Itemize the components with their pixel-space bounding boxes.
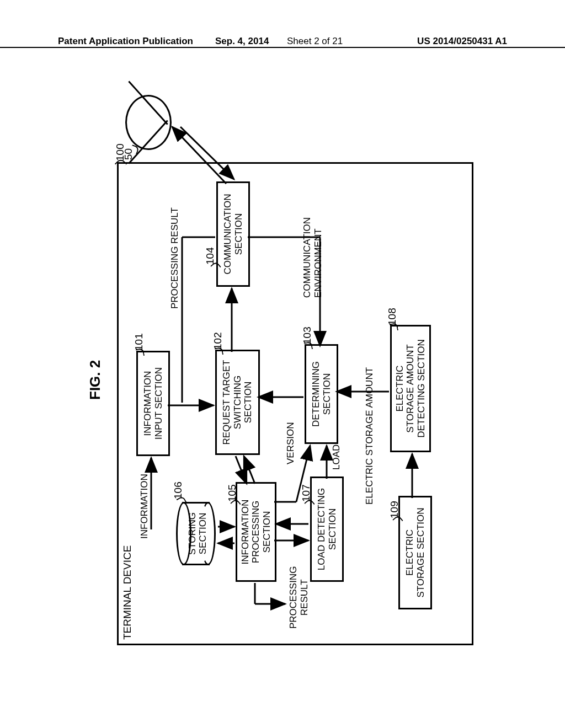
header-docnum: US 2014/0250431 A1 <box>417 36 507 47</box>
ref-106: 106 <box>172 481 184 499</box>
label-102: REQUEST TARGET SWITCHING SECTION <box>221 360 254 445</box>
label-105: INFORMATION PROCESSING SECTION <box>240 500 273 565</box>
load-detecting-section: LOAD DETECTING SECTION <box>310 477 344 582</box>
label-108: ELECTRIC STORAGE AMOUNT DETECTING SECTIO… <box>395 339 427 438</box>
determining-section: DETERMINING SECTION <box>305 344 338 444</box>
network-icon <box>125 95 172 150</box>
electric-storage-section: ELECTRIC STORAGE SECTION <box>398 496 432 609</box>
diagram-area: FIG. 2 TERMINAL DEVICE 100 50 INFORMATIO… <box>0 182 565 579</box>
signal-electric-storage-amount: ELECTRIC STORAGE AMOUNT <box>364 367 375 505</box>
label-109: ELECTRIC STORAGE SECTION <box>404 507 426 597</box>
stage: FIG. 2 TERMINAL DEVICE 100 50 INFORMATIO… <box>84 88 481 673</box>
electric-storage-amount-detecting-section: ELECTRIC STORAGE AMOUNT DETECTING SECTIO… <box>390 325 431 452</box>
ref-108: 108 <box>386 308 398 325</box>
label-103: DETERMINING SECTION <box>311 361 332 427</box>
signal-processing-result-top: PROCESSING RESULT <box>169 207 180 309</box>
signal-processing-result-left: PROCESSING RESULT <box>288 566 310 629</box>
information-processing-section: INFORMATION PROCESSING SECTION <box>236 482 276 582</box>
page: Patent Application Publication Sep. 4, 2… <box>0 0 565 728</box>
label-104: COMMUNICATION SECTION <box>222 194 244 274</box>
terminal-device-title: TERMINAL DEVICE <box>121 545 134 640</box>
request-target-switching-section: REQUEST TARGET SWITCHING SECTION <box>215 350 260 455</box>
information-input-section: INFORMATION INPUT SECTION <box>136 351 170 456</box>
signal-version: VERSION <box>285 422 296 464</box>
communication-section: COMMUNICATION SECTION <box>216 181 250 287</box>
label-106: STORING SECTION <box>188 502 208 565</box>
label-101: INFORMATION INPUT SECTION <box>142 367 164 440</box>
figure-label: FIG. 2 <box>87 360 104 400</box>
storing-section: STORING SECTION <box>182 502 210 565</box>
signal-load: LOAD <box>331 445 342 470</box>
header-date: Sep. 4, 2014 <box>215 36 269 47</box>
label-107: LOAD DETECTING SECTION <box>316 488 338 570</box>
header-sheet: Sheet 2 of 21 <box>287 36 343 47</box>
signal-information: INFORMATION <box>139 474 150 539</box>
header-publication: Patent Application Publication <box>58 36 193 47</box>
header: Patent Application Publication Sep. 4, 2… <box>0 47 565 65</box>
signal-comm-env: COMMUNICATION ENVIRONMENT <box>302 217 324 298</box>
